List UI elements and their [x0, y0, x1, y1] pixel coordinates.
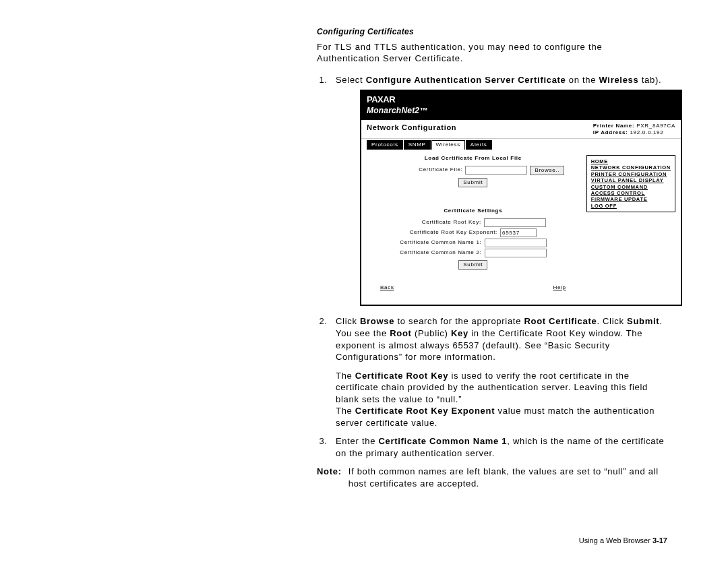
footer-page: 3-17: [653, 536, 667, 544]
screenshot: PAXAR MonarchNet2™ Network Configuration…: [360, 90, 667, 306]
printer-name-label: Printer Name:: [593, 123, 635, 129]
tabs: Protocols SNMP Wireless Alerts: [361, 139, 681, 150]
s3a: Enter the: [336, 436, 378, 446]
s2-rootpk2: Key: [451, 328, 468, 338]
cert-file-input[interactable]: [465, 166, 527, 175]
s2-rootpk1: Root: [390, 328, 411, 338]
s3b: Certificate Common Name 1: [378, 436, 507, 446]
crk-b: Certificate Root Key: [355, 371, 448, 381]
step-2: Click Browse to search for the appropria…: [330, 315, 667, 429]
printer-info: Printer Name: PXR_8A97CA IP Address: 192…: [593, 123, 675, 135]
step1-bold1: Configure Authentication Server Certific…: [366, 75, 566, 85]
submit-button-2[interactable]: Submit: [458, 260, 487, 270]
page-title: Network Configuration: [367, 123, 456, 133]
foot-links: Back Help: [367, 271, 580, 292]
exp-b: Certificate Root Key Exponent: [355, 406, 495, 416]
ip-label: IP Address:: [593, 129, 628, 135]
form-area: Load Certificate From Local File Certifi…: [367, 155, 580, 291]
brand-paxar: PAXAR: [367, 94, 675, 106]
printer-name-value: PXR_8A97CA: [636, 123, 675, 129]
cert-file-label: Certificate File:: [382, 166, 462, 174]
tab-snmp[interactable]: SNMP: [404, 140, 431, 150]
submit-button-1[interactable]: Submit: [458, 178, 487, 187]
nav-printer-config[interactable]: PRINTER CONFIGURATION: [591, 171, 671, 177]
brand-monarchnet: MonarchNet2™: [367, 105, 675, 116]
app-window: PAXAR MonarchNet2™ Network Configuration…: [360, 90, 682, 306]
step-1: Select Configure Authentication Server C…: [330, 74, 667, 307]
step1-pre: Select: [336, 75, 366, 85]
step-3: Enter the Certificate Common Name 1, whi…: [330, 435, 667, 459]
step1-post: tab).: [638, 75, 661, 85]
nav-network-config[interactable]: NETWORK CONFIGURATION: [591, 164, 671, 170]
cn2-input[interactable]: [485, 249, 547, 257]
back-link[interactable]: Back: [380, 284, 394, 292]
cn2-label: Certificate Common Name 2:: [400, 249, 481, 257]
page: Configuring Certificates For TLS and TTL…: [0, 0, 728, 562]
cn1-input[interactable]: [485, 239, 547, 247]
root-key-label: Certificate Root Key:: [400, 219, 481, 226]
ip-value: 192.0.0.192: [630, 129, 663, 135]
steps-list: Select Configure Authentication Server C…: [317, 74, 667, 460]
root-exp-input[interactable]: 65537: [500, 228, 537, 237]
crk-a: The: [336, 371, 355, 381]
s2-root: Root Certificate: [524, 316, 597, 326]
note-label: Note:: [317, 466, 342, 489]
exp-a: The: [336, 406, 355, 416]
s2e: (Public): [412, 328, 451, 338]
nav-firmware-update[interactable]: FIRMWARE UPDATE: [591, 196, 671, 202]
note: Note: If both common names are left blan…: [317, 466, 667, 489]
root-key-input[interactable]: [484, 218, 546, 227]
s2a: Click: [336, 316, 360, 326]
tab-protocols[interactable]: Protocols: [367, 140, 403, 150]
nav-log-off[interactable]: LOG OFF: [591, 203, 671, 209]
cert-settings-title: Certificate Settings: [367, 208, 580, 215]
nav-custom-command[interactable]: CUSTOM COMMAND: [591, 184, 671, 190]
root-exp-label: Certificate Root Key Exponent:: [410, 229, 497, 237]
para-cert-root-exp: The Certificate Root Key Exponent value …: [336, 405, 667, 429]
footer-text: Using a Web Browser: [579, 536, 653, 544]
app-header: PAXAR MonarchNet2™: [361, 91, 681, 120]
page-footer: Using a Web Browser 3-17: [579, 536, 667, 544]
step1-mid: on the: [566, 75, 599, 85]
help-link[interactable]: Help: [553, 284, 566, 292]
nav-home[interactable]: HOME: [591, 158, 671, 164]
s2b: to search for the appropriate: [394, 316, 524, 326]
s2c: . Click: [597, 316, 627, 326]
subheader: Network Configuration Printer Name: PXR_…: [361, 120, 681, 139]
nav-box: HOME NETWORK CONFIGURATION PRINTER CONFI…: [586, 155, 675, 212]
para-cert-root-key: The Certificate Root Key is used to veri…: [336, 370, 667, 406]
app-body: Load Certificate From Local File Certifi…: [361, 150, 681, 305]
cn1-label: Certificate Common Name 1:: [400, 239, 481, 247]
section-title: Configuring Certificates: [317, 27, 667, 36]
s2-submit: Submit: [627, 316, 659, 326]
s2-browse: Browse: [360, 316, 394, 326]
browse-button[interactable]: Browse..: [530, 166, 564, 175]
nav-virtual-panel[interactable]: VIRTUAL PANEL DISPLAY: [591, 177, 671, 183]
load-cert-title: Load Certificate From Local File: [367, 155, 580, 162]
note-text: If both common names are left blank, the…: [348, 466, 667, 489]
nav-access-control[interactable]: ACCESS CONTROL: [591, 190, 671, 196]
intro-paragraph: For TLS and TTLS authentication, you may…: [317, 42, 667, 65]
step1-bold2: Wireless: [599, 75, 639, 85]
tab-alerts[interactable]: Alerts: [466, 140, 492, 150]
tab-wireless[interactable]: Wireless: [431, 140, 465, 150]
